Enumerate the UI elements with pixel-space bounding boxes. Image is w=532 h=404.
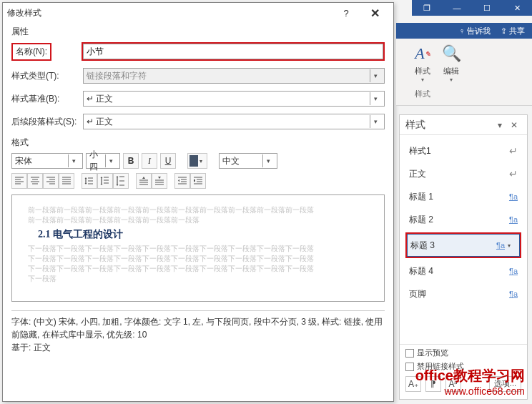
next-style-combo[interactable]: ↵ 正文 ▾	[83, 114, 385, 129]
new-style-button[interactable]: A₊	[405, 376, 421, 392]
disable-linked-checkbox[interactable]: 禁用链接样式	[405, 361, 521, 372]
font-color-button[interactable]: ▾	[187, 153, 207, 169]
ribbon-body: A✎ 样式 ▾ 样式 🔍 编辑 ▾	[396, 39, 532, 106]
line-spacing-1-button[interactable]	[82, 173, 97, 189]
help-button[interactable]: ?	[332, 5, 360, 21]
show-preview-checkbox[interactable]: 显示预览	[405, 348, 521, 358]
line-spacing-2-button[interactable]	[113, 173, 129, 189]
italic-button[interactable]: I	[142, 153, 157, 169]
style-item-页脚[interactable]: 页脚¶a	[405, 282, 521, 305]
next-style-label: 后续段落样式(S):	[11, 116, 83, 128]
based-on-label: 样式基准(B):	[11, 93, 83, 105]
type-combo: 链接段落和字符 ▾	[83, 68, 385, 84]
pane-title: 样式	[405, 119, 493, 132]
line-spacing-1.5-button[interactable]	[97, 173, 113, 189]
ribbon-header: ♀ 告诉我 ⇪ 共享	[396, 23, 532, 39]
name-label: 名称(N):	[11, 43, 51, 61]
pane-close-icon[interactable]: ✕	[507, 120, 521, 130]
style-preview: 前一段落前一段落前一段落前一段落前一段落前一段落前一段落前一段落前一段落前一段落…	[11, 194, 385, 302]
font-combo[interactable]: 宋体 ▾	[11, 153, 83, 169]
styles-list: 样式1↵正文↵标题 1¶a标题 2¶a标题 3¶a▾标题 4¶a页脚¶a	[400, 135, 527, 310]
pane-dropdown-icon[interactable]: ▾	[493, 120, 507, 130]
style-item-标题 3[interactable]: 标题 3¶a▾	[407, 234, 520, 257]
chevron-down-icon[interactable]: ▾	[200, 158, 205, 164]
style-item-标题 2[interactable]: 标题 2¶a	[405, 208, 521, 231]
window-minimize-icon[interactable]: —	[442, 0, 472, 16]
chevron-down-icon[interactable]: ▾	[370, 92, 381, 105]
style-item-正文[interactable]: 正文↵	[405, 162, 521, 185]
align-justify-button[interactable]	[59, 173, 74, 189]
bold-button[interactable]: B	[123, 153, 139, 169]
tell-me-button[interactable]: ♀ 告诉我	[459, 26, 491, 36]
indent-increase-button[interactable]	[190, 173, 206, 189]
align-center-button[interactable]	[27, 173, 43, 189]
format-heading: 格式	[11, 137, 385, 149]
indent-decrease-button[interactable]	[174, 173, 190, 189]
dialog-title: 修改样式	[7, 7, 332, 19]
styles-icon: A✎	[412, 43, 433, 64]
space-before-dec-button[interactable]	[152, 173, 167, 189]
name-input[interactable]	[83, 44, 383, 59]
type-label: 样式类型(T):	[11, 70, 83, 82]
preview-after-text: 下一段落下一段落下一段落下一段落下一段落下一段落下一段落下一段落下一段落下一段落…	[28, 244, 368, 284]
close-button[interactable]: ✕	[360, 5, 389, 21]
style-description: 字体: (中文) 宋体, 小四, 加粗, 字体颜色: 文字 1, 左, 与下段同…	[11, 310, 385, 354]
properties-heading: 属性	[11, 26, 385, 38]
color-swatch	[189, 155, 198, 167]
window-restore-icon[interactable]: ❐	[412, 0, 442, 16]
styles-ribbon-button[interactable]: A✎ 样式 ▾ 样式	[412, 43, 433, 104]
based-on-combo[interactable]: ↵ 正文 ▾	[83, 91, 385, 107]
style-item-标题 1[interactable]: 标题 1¶a	[405, 185, 521, 208]
preview-sample-text: 2.1 电气工程的设计	[28, 228, 368, 241]
align-right-button[interactable]	[43, 173, 59, 189]
share-button[interactable]: ⇪ 共享	[501, 26, 525, 36]
style-inspector-button[interactable]: ⁋	[425, 376, 441, 392]
font-size-combo[interactable]: 小四 ▾	[86, 153, 120, 169]
preview-before-text: 前一段落前一段落前一段落前一段落前一段落前一段落前一段落前一段落前一段落前一段落…	[28, 205, 368, 225]
chevron-down-icon[interactable]: ▾	[370, 115, 381, 128]
chevron-down-icon: ▾	[370, 69, 381, 82]
styles-pane: 样式 ▾ ✕ 样式1↵正文↵标题 1¶a标题 2¶a标题 3¶a▾标题 4¶a页…	[399, 114, 528, 400]
style-item-标题 4[interactable]: 标题 4¶a	[405, 260, 521, 282]
space-before-inc-button[interactable]	[136, 173, 152, 189]
chevron-down-icon[interactable]: ▾	[105, 154, 117, 167]
chevron-down-icon[interactable]: ▾	[68, 154, 79, 167]
window-controls: ❐ — ☐ ✕	[412, 0, 532, 16]
align-left-button[interactable]	[11, 173, 27, 189]
underline-button[interactable]: U	[160, 153, 176, 169]
lightbulb-icon: ♀	[459, 26, 465, 35]
share-icon: ⇪	[501, 26, 507, 35]
chevron-down-icon[interactable]: ▾	[508, 242, 516, 249]
language-combo[interactable]: 中文 ▾	[219, 153, 277, 169]
window-maximize-icon[interactable]: ☐	[472, 0, 502, 16]
dialog-titlebar: 修改样式 ? ✕	[3, 3, 393, 23]
chevron-down-icon[interactable]: ▾	[262, 154, 274, 167]
options-button[interactable]: 选项...	[489, 376, 521, 392]
edit-ribbon-button[interactable]: 🔍 编辑 ▾	[440, 43, 462, 104]
edit-icon: 🔍	[440, 43, 462, 64]
window-close-icon[interactable]: ✕	[502, 0, 532, 16]
style-item-样式1[interactable]: 样式1↵	[405, 139, 521, 162]
modify-style-dialog: 修改样式 ? ✕ 属性 名称(N): 样式类型(T): 链接段落和字符 ▾ 样式	[2, 2, 394, 402]
manage-styles-button[interactable]: Aᵃ	[445, 376, 461, 392]
